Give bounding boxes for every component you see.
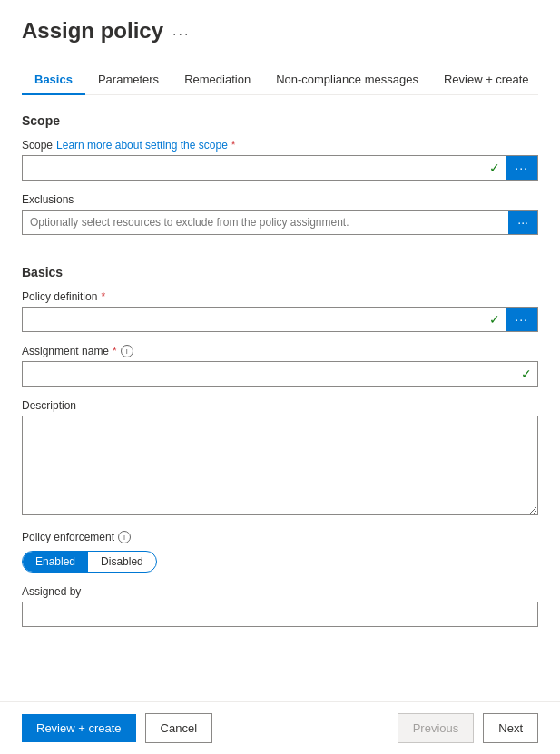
basics-section-title: Basics bbox=[22, 265, 538, 279]
policy-enforcement-toggle: Enabled Disabled bbox=[22, 551, 157, 573]
policy-enforcement-info-icon[interactable]: i bbox=[118, 531, 131, 543]
policy-def-input-container: Storage accounts should have shared acce… bbox=[22, 307, 538, 332]
policy-enforcement-label: Policy enforcement bbox=[22, 531, 114, 543]
previous-button: Previous bbox=[398, 713, 475, 743]
toggle-enabled-button[interactable]: Enabled bbox=[23, 552, 88, 572]
exclusions-label: Exclusions bbox=[22, 193, 74, 206]
tab-review-create[interactable]: Review + create bbox=[431, 65, 542, 95]
description-label: Description bbox=[22, 399, 76, 412]
assignment-name-check-icon: ✓ bbox=[516, 362, 537, 386]
ellipsis-menu-button[interactable]: ... bbox=[172, 23, 190, 39]
toggle-disabled-button[interactable]: Disabled bbox=[88, 552, 156, 572]
section-divider bbox=[22, 250, 538, 250]
tab-parameters[interactable]: Parameters bbox=[85, 65, 172, 95]
assignment-name-input-container: Storage accounts should have shared acce… bbox=[22, 361, 538, 387]
scope-check-icon: ✓ bbox=[484, 156, 506, 180]
assignment-name-required-indicator: * bbox=[113, 345, 117, 357]
policy-def-label: Policy definition bbox=[22, 290, 97, 303]
page-title: Assign policy bbox=[22, 18, 163, 44]
assignment-name-input[interactable]: Storage accounts should have shared acce… bbox=[23, 362, 516, 386]
exclusions-input-container: ··· bbox=[22, 210, 538, 235]
basics-section: Basics Policy definition * Storage accou… bbox=[22, 265, 538, 627]
tab-remediation[interactable]: Remediation bbox=[172, 65, 263, 95]
policy-def-input[interactable]: Storage accounts should have shared acce… bbox=[23, 308, 484, 331]
assigned-by-form-group: Assigned by bbox=[22, 585, 538, 627]
scope-label: Scope bbox=[22, 139, 53, 152]
policy-def-browse-button[interactable]: ··· bbox=[506, 308, 537, 331]
cancel-button[interactable]: Cancel bbox=[145, 713, 212, 743]
tab-non-compliance[interactable]: Non-compliance messages bbox=[263, 65, 431, 95]
policy-def-required-indicator: * bbox=[101, 290, 105, 303]
assigned-by-input[interactable] bbox=[22, 602, 538, 627]
scope-required-indicator: * bbox=[231, 139, 236, 152]
scope-section: Scope Scope Learn more about setting the… bbox=[22, 113, 538, 235]
tab-basics[interactable]: Basics bbox=[22, 65, 85, 95]
scope-section-title: Scope bbox=[22, 113, 538, 128]
description-textarea[interactable] bbox=[22, 416, 538, 515]
tab-bar: Basics Parameters Remediation Non-compli… bbox=[22, 65, 538, 95]
exclusions-input[interactable] bbox=[23, 211, 508, 234]
exclusions-form-group: Exclusions ··· bbox=[22, 193, 538, 235]
scope-browse-button[interactable]: ··· bbox=[506, 156, 537, 180]
scope-input[interactable]: Azure Storage content development and te… bbox=[23, 156, 484, 180]
assigned-by-label: Assigned by bbox=[22, 585, 81, 598]
exclusions-browse-button[interactable]: ··· bbox=[508, 211, 537, 234]
scope-learn-more-link[interactable]: Learn more about setting the scope bbox=[56, 139, 228, 152]
scope-form-group: Scope Learn more about setting the scope… bbox=[22, 139, 538, 181]
policy-definition-form-group: Policy definition * Storage accounts sho… bbox=[22, 290, 538, 332]
assignment-name-form-group: Assignment name * i Storage accounts sho… bbox=[22, 345, 538, 387]
policy-enforcement-form-group: Policy enforcement i Enabled Disabled bbox=[22, 531, 538, 573]
assignment-name-info-icon[interactable]: i bbox=[121, 345, 133, 357]
next-button[interactable]: Next bbox=[483, 713, 538, 743]
description-form-group: Description bbox=[22, 399, 538, 518]
review-create-button[interactable]: Review + create bbox=[22, 714, 136, 742]
policy-def-check-icon: ✓ bbox=[484, 308, 506, 331]
scope-input-container: Azure Storage content development and te… bbox=[22, 155, 538, 181]
bottom-action-bar: Review + create Cancel Previous Next bbox=[0, 701, 560, 754]
assignment-name-label: Assignment name bbox=[22, 345, 109, 357]
